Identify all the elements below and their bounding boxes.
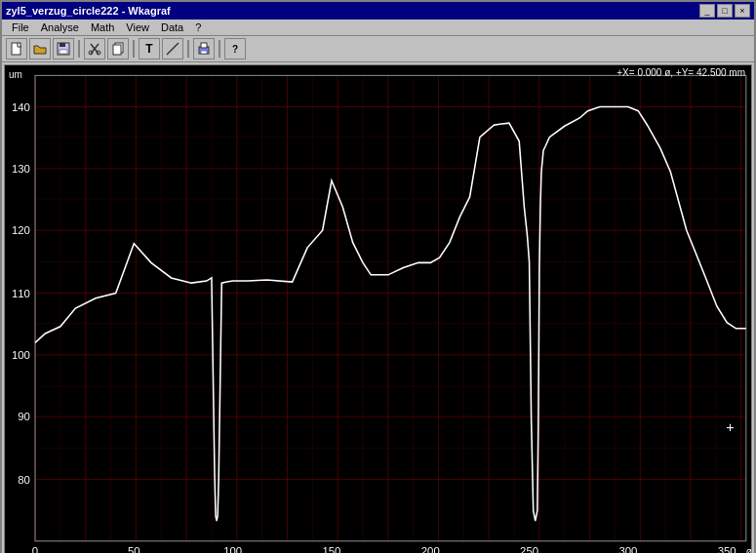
separator-4 xyxy=(219,40,220,58)
svg-rect-9 xyxy=(113,45,121,55)
help-button[interactable]: ? xyxy=(224,38,246,59)
svg-text:ø: ø xyxy=(746,546,751,553)
svg-text:200: 200 xyxy=(421,545,440,553)
line-button[interactable] xyxy=(162,38,183,59)
svg-text:250: 250 xyxy=(520,545,538,553)
svg-text:300: 300 xyxy=(618,545,637,553)
save-button[interactable] xyxy=(53,38,74,59)
app-window: zyl5_verzug_circle222 - Wkagraf _ □ × Fi… xyxy=(0,0,756,553)
copy-button[interactable] xyxy=(107,38,129,59)
close-button[interactable]: × xyxy=(735,4,750,18)
svg-rect-13 xyxy=(201,51,207,54)
svg-text:80: 80 xyxy=(18,474,30,486)
svg-text:350: 350 xyxy=(718,545,736,553)
print-button[interactable] xyxy=(193,38,215,59)
svg-text:110: 110 xyxy=(12,288,30,299)
text-button[interactable]: T xyxy=(139,38,160,59)
menu-help[interactable]: ? xyxy=(189,20,207,35)
crosshair-icon: + xyxy=(726,419,734,435)
title-bar: zyl5_verzug_circle222 - Wkagraf _ □ × xyxy=(2,2,754,20)
separator-2 xyxy=(133,40,135,58)
svg-rect-3 xyxy=(60,50,67,54)
open-button[interactable] xyxy=(29,38,51,59)
svg-text:120: 120 xyxy=(12,224,30,236)
separator-1 xyxy=(78,40,80,58)
svg-text:100: 100 xyxy=(12,349,30,361)
svg-text:130: 130 xyxy=(12,163,30,175)
svg-rect-56 xyxy=(35,75,746,540)
svg-rect-0 xyxy=(12,43,20,55)
separator-3 xyxy=(187,40,189,58)
window-controls: _ □ × xyxy=(699,4,750,18)
menu-file[interactable]: File xyxy=(6,20,35,35)
menu-bar: File Analyse Math View Data ? xyxy=(2,20,754,36)
svg-rect-12 xyxy=(201,43,207,48)
svg-line-10 xyxy=(167,43,179,55)
menu-analyse[interactable]: Analyse xyxy=(35,20,85,35)
menu-math[interactable]: Math xyxy=(85,20,120,35)
svg-text:140: 140 xyxy=(12,101,30,113)
svg-text:150: 150 xyxy=(322,545,340,553)
menu-view[interactable]: View xyxy=(120,20,155,35)
svg-text:90: 90 xyxy=(18,411,30,422)
new-button[interactable] xyxy=(6,38,27,59)
svg-rect-2 xyxy=(60,43,65,47)
data-curve xyxy=(35,107,746,521)
svg-text:50: 50 xyxy=(128,545,140,553)
menu-data[interactable]: Data xyxy=(155,20,189,35)
chart-svg: 80 90 100 110 120 130 140 0 50 100 150 2… xyxy=(5,65,751,553)
maximize-button[interactable]: □ xyxy=(717,4,733,18)
svg-text:0: 0 xyxy=(32,545,38,553)
svg-text:100: 100 xyxy=(223,545,242,553)
y-axis-label: um xyxy=(9,69,22,80)
main-area: +X= 0.000 ø, +Y= 42.500 mm um xyxy=(2,62,754,553)
toolbar: T ? xyxy=(2,36,754,62)
chart-container[interactable]: +X= 0.000 ø, +Y= 42.500 mm um xyxy=(4,64,752,553)
cut-button[interactable] xyxy=(84,38,105,59)
minimize-button[interactable]: _ xyxy=(699,4,715,18)
window-title: zyl5_verzug_circle222 - Wkagraf xyxy=(6,5,171,17)
coord-display: +X= 0.000 ø, +Y= 42.500 mm xyxy=(617,67,745,78)
